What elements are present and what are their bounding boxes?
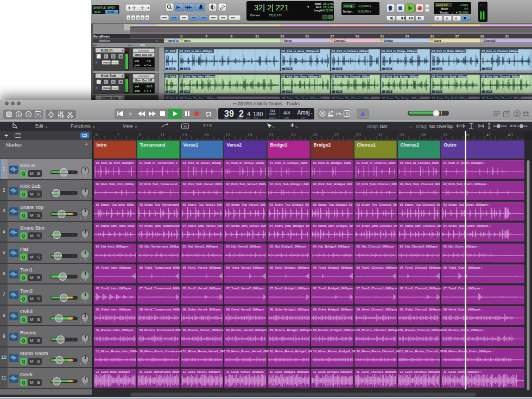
- svg-text:08_Ovhd_Bridge1_090bpm: 08_Ovhd_Bridge1_090bpm: [270, 308, 309, 311]
- svg-text:05_Hat_Turnaround_090bp: 05_Hat_Turnaround_090bp: [140, 245, 179, 248]
- svg-text:07_Tom2_Turnaround_090b: 07_Tom2_Turnaround_090b: [140, 287, 180, 290]
- svg-text:0 dB: 0 dB: [170, 67, 175, 70]
- svg-text:02_Kick_Sub_Intro_090bp: 02_Kick_Sub_Intro_090bp: [96, 182, 135, 186]
- svg-text:07_Tom2_Bridge1_090bpm: 07_Tom2_Bridge1_090bpm: [270, 287, 309, 290]
- svg-text:13: 13: [182, 132, 187, 137]
- svg-text:17: 17: [226, 132, 231, 137]
- svg-text:⚙: ⚙: [436, 17, 439, 20]
- svg-text:09_Rooms_Verse1_090bpm: 09_Rooms_Verse1_090bpm: [183, 328, 224, 332]
- svg-text:05_Hat_Verse1_090bpm: 05_Hat_Verse1_090bpm: [183, 245, 218, 248]
- svg-text:04_Snare_Btm_Chorus1_09: 04_Snare_Btm_Chorus1_09: [357, 224, 398, 227]
- svg-text:07_Tom2_Outro_090bpm ○: 07_Tom2_Outro_090bpm ○: [444, 287, 483, 290]
- svg-text:05_Hat_Chorus2_090bpm: 05_Hat_Chorus2_090bpm: [400, 245, 438, 248]
- svg-text:Kick In: Kick In: [101, 48, 112, 52]
- svg-text:10_Mono_Room_Chorus2_09: 10_Mono_Room_Chorus2_09: [400, 350, 444, 353]
- svg-text:Chorus1: Chorus1: [357, 142, 376, 148]
- svg-text:10_Mono_Room_Bridge2_09: 10_Mono_Room_Bridge2_09: [313, 350, 356, 353]
- svg-text:37: 37: [443, 132, 448, 137]
- svg-text:Chorus1: Chorus1: [334, 39, 346, 42]
- svg-text:Bridge2: Bridge2: [314, 142, 331, 148]
- svg-text:06_Tom1_Turnaround_090b: 06_Tom1_Turnaround_090b: [140, 266, 180, 269]
- svg-text:pan: pan: [135, 64, 140, 67]
- svg-text:11_Geek_Chorus2_090bpm: 11_Geek_Chorus2_090bpm: [400, 370, 440, 373]
- svg-text:11_Geek_Bridge1_090bpm: 11_Geek_Bridge1_090bpm: [270, 370, 309, 373]
- svg-text:?: ?: [27, 112, 29, 117]
- svg-text:07_Tom2_Verse1_090bpm: 07_Tom2_Verse1_090bpm: [183, 287, 221, 290]
- svg-text:06_Tom1_Chorus1_090bpm: 06_Tom1_Chorus1_090bpm: [357, 266, 397, 269]
- svg-text:3: 3: [137, 16, 138, 20]
- svg-text:08_Ovhd_Verse2_090bpm: 08_Ovhd_Verse2_090bpm: [226, 308, 264, 311]
- svg-text:1: 1: [128, 16, 129, 20]
- svg-text:06_Tom1_Intro_090bpm: 06_Tom1_Intro_090bpm: [96, 266, 131, 269]
- svg-text:15: 15: [306, 35, 309, 38]
- svg-text:04_Snare_Btm_Turnaround: 04_Snare_Btm_Turnaround: [140, 224, 180, 227]
- svg-text:06_Tom1_Outro_090bpm ○: 06_Tom1_Outro_090bpm ○: [444, 266, 483, 269]
- svg-text:I/O: I/O: [141, 43, 145, 47]
- svg-text:01_Kick_In_Chorus2_090bpm: 01_Kick_In_Chorus2_090bpm: [482, 50, 519, 53]
- svg-text:02_Kick_Sub_Turnaround_: 02_Kick_Sub_Turnaround_: [140, 182, 180, 186]
- svg-text:Chorus2: Chorus2: [484, 39, 496, 42]
- svg-text:01_Kick_In_Chorus1_090bpm: 01_Kick_In_Chorus1_090bpm: [332, 50, 369, 53]
- svg-text:29: 29: [356, 132, 361, 137]
- svg-text:07_Tom2_Chorus1_090bpm: 07_Tom2_Chorus1_090bpm: [357, 287, 397, 290]
- svg-text:05_Hat_Verse2_090bpm: 05_Hat_Verse2_090bpm: [226, 245, 262, 248]
- svg-text:Nudge ♪: Nudge ♪: [343, 10, 354, 13]
- svg-text:43: 43: [508, 132, 513, 137]
- svg-text:04_Snare_Btm_Bridge1_09: 04_Snare_Btm_Bridge1_09: [270, 224, 310, 227]
- svg-text:vol: vol: [135, 59, 139, 62]
- svg-text:S: S: [345, 111, 348, 116]
- svg-text:02_Kick_Sub_Build_090bpm: 02_Kick_Sub_Build_090bpm: [432, 75, 467, 78]
- svg-text:Build: Build: [434, 39, 441, 42]
- svg-text:Grid ▦: Grid ▦: [344, 4, 353, 8]
- svg-text:27: 27: [334, 132, 339, 137]
- svg-text:09_Rooms_Bridge1_090bpm: 09_Rooms_Bridge1_090bpm: [270, 328, 312, 332]
- svg-text:02_Kick_Sub_Bridge1_090: 02_Kick_Sub_Bridge1_090: [270, 182, 309, 186]
- svg-text:19: 19: [248, 132, 252, 137]
- svg-text:04_Snare_Btm_Outro_090bpm ○: 04_Snare_Btm_Outro_090bpm ○: [444, 224, 491, 227]
- svg-text:08_Ovhd_Verse1_090bpm: 08_Ovhd_Verse1_090bpm: [183, 308, 221, 311]
- svg-text:0 dB: 0 dB: [387, 67, 391, 70]
- svg-text:SPOT: SPOT: [107, 6, 115, 9]
- svg-text:08_Ovhd_Outro_090bpm ○: 08_Ovhd_Outro_090bpm ○: [444, 308, 483, 311]
- svg-text:10_Mono_Room_Outro_090bpm ○: 10_Mono_Room_Outro_090bpm ○: [444, 350, 493, 353]
- svg-text:35: 35: [421, 132, 426, 137]
- svg-text:4: 4: [142, 16, 143, 20]
- svg-text:21: 21: [269, 132, 274, 137]
- svg-text:wave: wave: [103, 61, 110, 64]
- svg-text:10_Mono_Room_Chorus1_09: 10_Mono_Room_Chorus1_09: [357, 350, 401, 353]
- svg-text:07_Tom2_Verse2_090bpm: 07_Tom2_Verse2_090bpm: [226, 287, 264, 290]
- svg-text:Turnaround: Turnaround: [140, 142, 166, 148]
- svg-text:Outro: Outro: [444, 142, 457, 148]
- svg-text:0 dB: 0 dB: [486, 67, 491, 70]
- svg-text:07_Tom2_Bridge2_090bpm: 07_Tom2_Bridge2_090bpm: [313, 287, 353, 290]
- svg-text:04_Snare_Btm_Verse2_090: 04_Snare_Btm_Verse2_090: [226, 224, 267, 227]
- svg-text:02_Kick_Sub_Bridge_090bpm: 02_Kick_Sub_Bridge_090bpm: [382, 75, 420, 78]
- svg-text:▸ 0 ◂: ▸ 0 ◂: [144, 64, 151, 67]
- svg-text:Markers: Markers: [99, 39, 110, 42]
- svg-text:01_Kick_In_Bridge_090bpm: 01_Kick_In_Bridge_090bpm: [382, 50, 417, 53]
- svg-text:Tempo: Tempo: [440, 11, 448, 14]
- svg-text:01_Kick_In_Intro_090bpm: 01_Kick_In_Intro_090bpm: [96, 161, 134, 164]
- svg-text:05_Hat_Bridge2_090bpm: 05_Hat_Bridge2_090bpm: [313, 245, 350, 248]
- svg-text:13: 13: [281, 35, 284, 38]
- svg-text:06_Tom1_Bridge1_090bpm: 06_Tom1_Bridge1_090bpm: [270, 266, 309, 269]
- svg-text:41: 41: [486, 132, 491, 137]
- svg-text:02_Kick_Sub_Intro_090bpm: 02_Kick_Sub_Intro_090bpm: [180, 75, 215, 78]
- svg-text:0 dB: 0 dB: [436, 67, 441, 70]
- svg-text:08_Ovhd_Chorus1_090bpm: 08_Ovhd_Chorus1_090bpm: [357, 308, 397, 311]
- svg-text:05_Hat_Intro_090bpm ○: 05_Hat_Intro_090bpm ○: [96, 245, 131, 248]
- svg-text:09_Rooms_Bridge2_090bpm: 09_Rooms_Bridge2_090bpm: [313, 328, 356, 332]
- svg-text:01_Kick_In_Bridge1_090b: 01_Kick_In_Bridge1_090b: [270, 161, 308, 164]
- svg-text:5: 5: [96, 132, 98, 137]
- svg-text:11_Geek_Bridge2_090bpm: 11_Geek_Bridge2_090bpm: [313, 370, 352, 373]
- svg-text:31: 31: [505, 35, 509, 38]
- svg-text:Count Off: Count Off: [436, 3, 448, 7]
- svg-text:wave: wave: [103, 86, 110, 90]
- svg-text:08_Ovhd_Chorus2_090bpm: 08_Ovhd_Chorus2_090bpm: [400, 308, 441, 311]
- svg-text:0 dB: 0 dB: [337, 67, 341, 70]
- svg-text:03_Snare_Top_Chorus1_09: 03_Snare_Top_Chorus1_09: [357, 203, 397, 206]
- svg-text:11_Geek_Intro_090bpm: 11_Geek_Intro_090bpm: [96, 370, 130, 373]
- svg-text:10_Mono_Room_Verse2_090: 10_Mono_Room_Verse2_090: [226, 350, 269, 353]
- svg-text:08_Ovhd_Intro_090bpm: 08_Ovhd_Intro_090bpm: [96, 308, 131, 311]
- svg-text:29: 29: [480, 35, 484, 38]
